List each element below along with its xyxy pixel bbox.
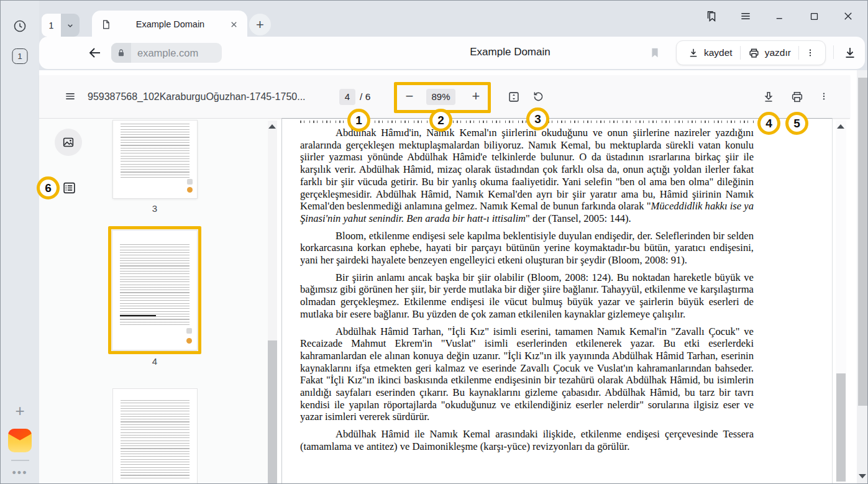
menu-hamburger-icon[interactable]: [738, 9, 753, 24]
thumbnail-text-lines: [121, 400, 190, 480]
tab-group-count[interactable]: 1: [42, 14, 61, 37]
tabs-counter-button[interactable]: 1: [12, 48, 28, 64]
back-icon[interactable]: [88, 45, 103, 60]
thumbnail-page-5[interactable]: [113, 389, 197, 484]
tab-group-chevron[interactable]: [61, 14, 80, 37]
save-label: kaydet: [704, 47, 733, 58]
scroll-up-arrow[interactable]: [268, 124, 276, 129]
lock-icon[interactable]: [111, 43, 131, 63]
rail-more-button[interactable]: •••: [12, 467, 28, 480]
thumbnail-text-lines: [121, 124, 190, 180]
pdf-scrollbar[interactable]: [836, 121, 846, 484]
bookmark-flag-icon[interactable]: [648, 46, 662, 60]
browser-toolbar: example.com Example Domain kaydet yazdır: [39, 37, 865, 69]
downloads-icon[interactable]: [843, 45, 857, 60]
rotate-icon[interactable]: [532, 90, 545, 103]
page-title: Example Domain: [423, 46, 597, 58]
tab-group-control[interactable]: 1: [42, 14, 80, 37]
paragraph-3: Bir şiirin anlamı ancak başka bir şiir o…: [300, 272, 754, 321]
annotation-badge-3: 3: [526, 107, 549, 130]
window-scrollbar[interactable]: [857, 70, 868, 484]
tab-document-icon: [101, 19, 111, 30]
pdf-document-page: Abdülhak Hâmıd'in, Namık Kemal'ın şiirle…: [281, 118, 833, 484]
print-label: yazdır: [765, 47, 791, 58]
paragraph-1-text: Abdülhak Hâmıd'in, Namık Kemal'ın şiirle…: [300, 127, 754, 212]
paragraph-1-citation: " der (Tansel, 2005: 144).: [526, 212, 631, 224]
url-text: example.com: [131, 47, 206, 59]
divider: [833, 45, 834, 59]
maximize-icon[interactable]: [806, 9, 821, 24]
fit-page-icon[interactable]: [507, 90, 521, 104]
new-tab-button[interactable]: +: [249, 14, 271, 35]
page-separator: /: [360, 91, 362, 102]
pdf-download-icon[interactable]: [762, 90, 775, 104]
scroll-down-arrow[interactable]: [859, 474, 866, 478]
print-button[interactable]: yazdır: [741, 41, 798, 65]
minimize-icon[interactable]: [772, 9, 787, 24]
paragraph-5: Abdülhak Hâmid ile Namık Kemal arasındak…: [300, 428, 754, 452]
rail-divider: [11, 460, 29, 461]
thumbnail-page-4-label: 4: [112, 356, 197, 367]
add-panel-button[interactable]: +: [15, 401, 24, 421]
pdf-page-count: / 6: [360, 91, 370, 103]
paragraph-2: Bloom, etkilenme endişesi sele kapılma b…: [300, 230, 754, 267]
tab-title: Example Domain: [117, 19, 223, 29]
thumbnail-page-3[interactable]: [113, 121, 197, 198]
browser-side-rail: 1 + •••: [1, 1, 39, 484]
tab-example-domain[interactable]: Example Domain: [92, 11, 247, 38]
outline-view-button[interactable]: [62, 180, 77, 196]
paragraph-1: Abdülhak Hâmıd'in, Namık Kemal'ın şiirle…: [300, 127, 754, 225]
history-clock-icon[interactable]: [12, 19, 27, 34]
window-scrollbar-thumb[interactable]: [858, 78, 867, 406]
more-actions-kebab-icon[interactable]: [799, 41, 821, 65]
annotation-badge-2: 2: [429, 109, 452, 132]
thumbnail-view-button[interactable]: [55, 129, 82, 156]
annotation-badge-6: 6: [37, 176, 60, 199]
paragraph-4: Abdülhak Hâmid Tarhan, "İçli Kız" isimli…: [300, 326, 754, 424]
annotation-badge-1: 1: [347, 109, 370, 132]
thumbnail-page-3-label: 3: [112, 203, 197, 214]
browser-window: 1 + ••• 1 Example Domain +: [0, 0, 868, 484]
highlight-thumbnail-page-4: [108, 226, 201, 354]
pdf-action-group: kaydet yazdır: [676, 40, 826, 65]
pdf-current-page[interactable]: 4: [339, 89, 355, 105]
thumbnail-scrollbar[interactable]: [268, 121, 277, 484]
tabs-counter-label: 1: [17, 52, 22, 61]
document-text: Abdülhak Hâmıd'in, Namık Kemal'ın şiirle…: [300, 127, 754, 458]
tab-close-icon[interactable]: [229, 20, 239, 29]
thumbnail-logo: [187, 179, 193, 185]
pdf-scrollbar-thumb[interactable]: [836, 373, 846, 482]
collections-bookmark-icon[interactable]: [704, 9, 719, 24]
pdf-filename: 959387568_102KaraburguOğuzhan-1745-1750.…: [88, 91, 336, 103]
pdf-sidebar-toggle-icon[interactable]: [64, 90, 76, 103]
thumbnail-logo: [187, 187, 193, 193]
save-button[interactable]: kaydet: [680, 41, 740, 65]
mail-flap: [8, 429, 32, 442]
total-pages: 6: [365, 91, 371, 102]
yandex-mail-icon[interactable]: [8, 429, 32, 452]
annotation-badge-4: 4: [757, 112, 780, 135]
annotation-badge-5: 5: [785, 112, 808, 135]
thumbnail-scrollbar-thumb[interactable]: [268, 340, 277, 484]
address-bar[interactable]: example.com: [111, 43, 222, 63]
pdf-print-icon[interactable]: [790, 90, 804, 104]
close-window-icon[interactable]: [841, 9, 856, 24]
pdf-kebab-icon[interactable]: [819, 91, 829, 101]
scroll-up-arrow[interactable]: [837, 124, 844, 129]
